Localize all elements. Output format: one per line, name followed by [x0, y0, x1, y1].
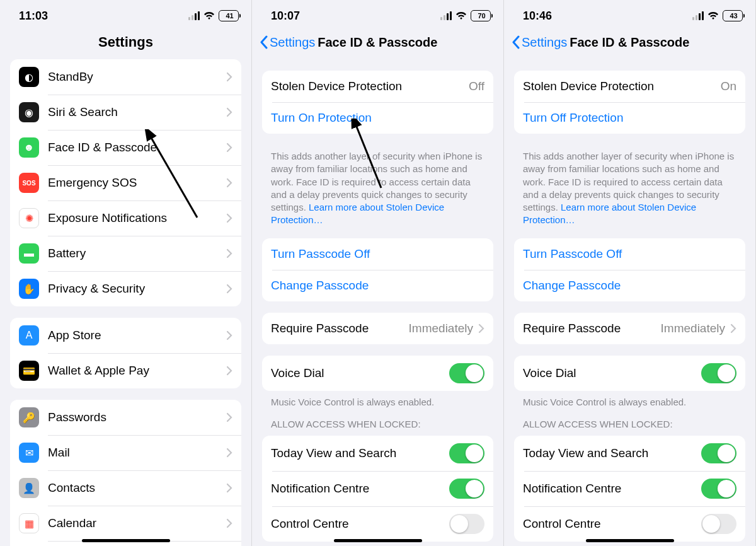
settings-row[interactable]: 💳Wallet & Apple Pay [10, 353, 241, 388]
row-label: Turn On Protection [271, 111, 484, 125]
change-passcode-row[interactable]: Change Passcode [514, 270, 745, 301]
chevron-left-icon [512, 35, 520, 49]
row-label: Exposure Notifications [48, 211, 226, 225]
row-label: Calendar [48, 516, 226, 530]
chevron-right-icon [226, 248, 232, 258]
settings-row[interactable]: 🔑Passwords [10, 400, 241, 435]
chevron-right-icon [226, 72, 232, 82]
allow-access-group: Today View and Search Notification Centr… [514, 436, 745, 542]
toggle-switch[interactable] [701, 479, 736, 499]
row-label: Change Passcode [523, 279, 736, 293]
change-passcode-row[interactable]: Change Passcode [262, 270, 493, 301]
row-label: Face ID & Passcode [48, 141, 226, 154]
voice-dial-row[interactable]: Voice Dial [262, 356, 493, 391]
allow-row[interactable]: Today View and Search [514, 436, 745, 471]
chevron-left-icon [260, 35, 268, 49]
chevron-right-icon [226, 107, 232, 117]
require-passcode-group: Require Passcode Immediately [514, 313, 745, 344]
settings-row[interactable]: ✉Mail [10, 435, 241, 470]
sdp-state: Off [469, 79, 484, 93]
sdp-status-row[interactable]: Stolen Device Protection Off [262, 71, 493, 102]
sdp-action-row[interactable]: Turn On Protection [262, 102, 493, 134]
row-label: Turn Passcode Off [271, 247, 484, 261]
battery-icon: ▬ [19, 243, 39, 264]
allow-access-header: ALLOW ACCESS WHEN LOCKED: [504, 409, 755, 433]
settings-group: 🔑Passwords✉Mail👤Contacts▦Calendar≣Notes [10, 400, 241, 546]
voice-dial-row[interactable]: Voice Dial [514, 356, 745, 391]
require-passcode-row[interactable]: Require Passcode Immediately [262, 313, 493, 344]
toggle-switch[interactable] [449, 479, 484, 499]
settings-row[interactable]: ◉Siri & Search [10, 95, 241, 130]
allow-row[interactable]: Control Centre [262, 506, 493, 542]
require-passcode-row[interactable]: Require Passcode Immediately [514, 313, 745, 344]
row-label: Notification Centre [523, 482, 701, 496]
turn-passcode-off-row[interactable]: Turn Passcode Off [514, 238, 745, 270]
row-label: Control Centre [523, 517, 701, 531]
status-bar: 10:46 43 [504, 0, 755, 25]
home-indicator [334, 539, 422, 542]
battery-icon: 70 [471, 10, 491, 21]
row-label: Siri & Search [48, 105, 226, 119]
back-button[interactable]: Settings [512, 35, 567, 50]
settings-row[interactable]: SOSEmergency SOS [10, 165, 241, 200]
settings-row[interactable]: ▦Calendar [10, 506, 241, 541]
cellular-icon [440, 11, 452, 20]
faceid-content[interactable]: Stolen Device Protection On Turn Off Pro… [504, 59, 755, 546]
row-label: App Store [48, 328, 226, 342]
chevron-right-icon [226, 213, 232, 223]
chevron-right-icon [226, 412, 232, 422]
standby-icon: ◐ [19, 67, 39, 87]
allow-row[interactable]: Notification Centre [262, 471, 493, 506]
calendar-icon: ▦ [19, 513, 39, 533]
voice-dial-group: Voice Dial [262, 356, 493, 391]
settings-list[interactable]: ◐StandBy◉Siri & Search☻Face ID & Passcod… [0, 59, 251, 546]
page-title: Face ID & Passcode [318, 35, 437, 50]
toggle-switch[interactable] [701, 514, 736, 534]
status-bar: 11:03 41 [0, 0, 251, 25]
allow-row[interactable]: Control Centre [514, 506, 745, 542]
status-right: 41 [188, 10, 239, 21]
settings-row[interactable]: ✺Exposure Notifications [10, 200, 241, 236]
row-label: Voice Dial [523, 366, 701, 380]
settings-row[interactable]: 👤Contacts [10, 470, 241, 506]
clock: 10:46 [523, 9, 552, 23]
chevron-right-icon [226, 284, 232, 294]
page-title: Settings [0, 34, 251, 50]
back-button[interactable]: Settings [260, 35, 315, 50]
allow-row[interactable]: Notification Centre [514, 471, 745, 506]
toggle-switch[interactable] [449, 443, 484, 463]
toggle-switch[interactable] [701, 443, 736, 463]
sdp-action-row[interactable]: Turn Off Protection [514, 102, 745, 134]
toggle-switch[interactable] [449, 363, 484, 383]
learn-more-link[interactable]: Learn more about Stolen Device Protectio… [271, 202, 444, 225]
settings-row[interactable]: ◐StandBy [10, 59, 241, 95]
emergency-sos-icon: SOS [19, 173, 39, 193]
settings-row[interactable]: ✋Privacy & Security [10, 271, 241, 306]
turn-passcode-off-row[interactable]: Turn Passcode Off [262, 238, 493, 270]
row-label: Control Centre [271, 517, 449, 531]
row-label: Stolen Device Protection [271, 79, 469, 93]
require-value: Immediately [409, 322, 473, 335]
row-label: Voice Dial [271, 366, 449, 380]
mail-icon: ✉ [19, 443, 39, 463]
exposure-notifications-icon: ✺ [19, 208, 39, 228]
settings-row[interactable]: ☻Face ID & Passcode [10, 130, 241, 165]
row-label: StandBy [48, 70, 226, 84]
sdp-description: This adds another layer of security when… [504, 145, 755, 227]
allow-row[interactable]: Today View and Search [262, 436, 493, 471]
toggle-switch[interactable] [701, 363, 736, 383]
settings-row[interactable]: AApp Store [10, 318, 241, 353]
face-id-passcode-icon: ☻ [19, 137, 39, 158]
faceid-content[interactable]: Stolen Device Protection Off Turn On Pro… [252, 59, 503, 546]
cellular-icon [188, 11, 200, 20]
learn-more-link[interactable]: Learn more about Stolen Device Protectio… [523, 202, 696, 225]
row-label: Contacts [48, 481, 226, 495]
sdp-status-row[interactable]: Stolen Device Protection On [514, 71, 745, 102]
chevron-right-icon [478, 323, 484, 334]
row-label: Notification Centre [271, 482, 449, 496]
siri-search-icon: ◉ [19, 102, 39, 122]
settings-row[interactable]: ▬Battery [10, 236, 241, 271]
home-indicator [82, 539, 170, 542]
settings-group: AApp Store💳Wallet & Apple Pay [10, 318, 241, 388]
toggle-switch[interactable] [449, 514, 484, 534]
